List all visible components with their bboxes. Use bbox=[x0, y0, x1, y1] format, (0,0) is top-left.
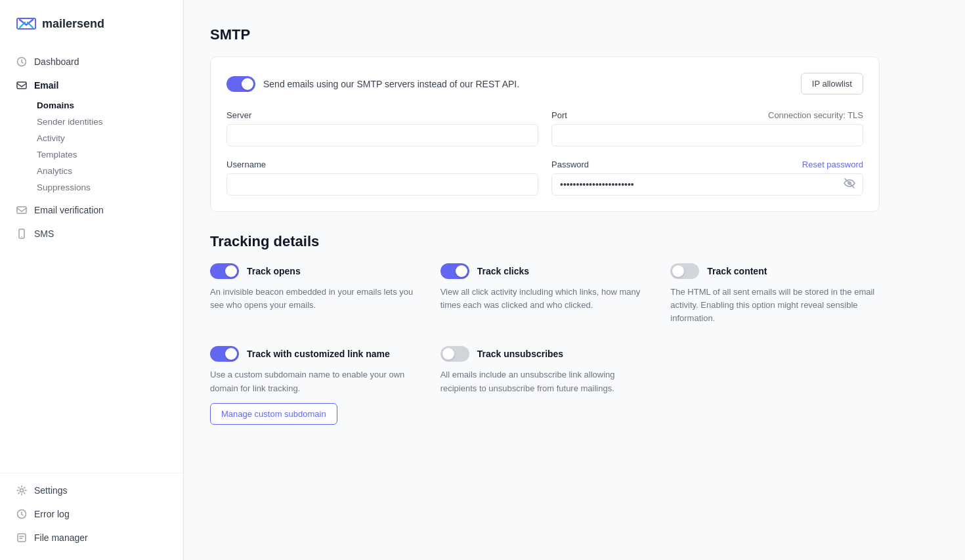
track-clicks-desc: View all click activity including which … bbox=[440, 286, 650, 312]
track-content-toggle[interactable] bbox=[670, 263, 699, 279]
sidebar-item-error-log[interactable]: Error log bbox=[0, 502, 183, 526]
manage-subdomain-button[interactable]: Manage custom subdomain bbox=[210, 403, 337, 425]
sidebar-item-sender-identities[interactable]: Sender identities bbox=[37, 114, 183, 130]
track-opens-toggle[interactable] bbox=[210, 263, 239, 279]
track-unsubscribes-desc: All emails include an unsubscribe link a… bbox=[440, 368, 650, 395]
server-input[interactable] bbox=[226, 124, 538, 146]
smtp-section: SMTP Send emails using our SMTP servers … bbox=[210, 26, 880, 212]
main-content: SMTP Send emails using our SMTP servers … bbox=[184, 0, 965, 560]
track-clicks-toggle-row: Track clicks bbox=[440, 263, 650, 279]
logo: mailersend bbox=[0, 0, 183, 45]
logo-icon bbox=[16, 13, 37, 34]
track-custom-link-toggle-row: Track with customized link name bbox=[210, 346, 419, 362]
sidebar-item-dashboard[interactable]: Dashboard bbox=[0, 50, 183, 74]
smtp-form: Server Port Connection security: TLS Use… bbox=[226, 110, 863, 196]
port-label: Port bbox=[551, 110, 567, 120]
track-unsubscribes-item: Track unsubscribes All emails include an… bbox=[440, 346, 650, 424]
tracking-section: Tracking details Track opens An invisibl… bbox=[210, 233, 880, 425]
password-wrapper bbox=[551, 173, 863, 196]
sidebar-item-settings-label: Settings bbox=[34, 485, 68, 496]
track-opens-toggle-row: Track opens bbox=[210, 263, 419, 279]
email-subnav: Domains Sender identities Activity Templ… bbox=[0, 97, 183, 198]
sidebar-item-templates[interactable]: Templates bbox=[37, 146, 183, 163]
server-label: Server bbox=[226, 110, 538, 120]
connection-security-label: Connection security: TLS bbox=[768, 110, 863, 120]
sidebar-item-file-manager[interactable]: File manager bbox=[0, 526, 183, 549]
server-field-group: Server bbox=[226, 110, 538, 146]
track-content-desc: The HTML of all sent emails will be stor… bbox=[670, 286, 880, 325]
track-unsubscribes-title: Track unsubscribes bbox=[477, 349, 564, 359]
sidebar-item-file-manager-label: File manager bbox=[34, 532, 88, 543]
svg-rect-7 bbox=[18, 534, 26, 542]
svg-rect-2 bbox=[17, 207, 26, 213]
smtp-toggle-left: Send emails using our SMTP servers inste… bbox=[226, 76, 519, 92]
error-log-icon bbox=[16, 508, 28, 520]
sidebar-item-activity[interactable]: Activity bbox=[37, 130, 183, 146]
tracking-empty-cell bbox=[670, 346, 880, 424]
gear-icon bbox=[16, 485, 28, 496]
mail-check-icon bbox=[16, 204, 28, 216]
svg-rect-1 bbox=[17, 82, 26, 89]
password-label: Password bbox=[551, 160, 589, 169]
username-input[interactable] bbox=[226, 173, 538, 196]
sidebar-item-domains[interactable]: Domains bbox=[37, 97, 183, 114]
track-custom-link-slider[interactable] bbox=[210, 346, 239, 362]
password-input[interactable] bbox=[551, 173, 863, 196]
svg-point-4 bbox=[21, 236, 22, 238]
tracking-title: Tracking details bbox=[210, 233, 880, 250]
password-field-header: Password Reset password bbox=[551, 160, 863, 169]
smtp-toggle-row: Send emails using our SMTP servers inste… bbox=[226, 73, 863, 95]
password-field-group: Password Reset password bbox=[551, 160, 863, 196]
track-custom-link-toggle[interactable] bbox=[210, 346, 239, 362]
track-opens-slider[interactable] bbox=[210, 263, 239, 279]
smtp-title: SMTP bbox=[210, 26, 880, 43]
sidebar-item-sms-label: SMS bbox=[34, 228, 54, 239]
track-clicks-title: Track clicks bbox=[477, 266, 529, 276]
username-label: Username bbox=[226, 160, 538, 169]
sidebar-item-email-label: Email bbox=[34, 80, 58, 91]
sidebar-item-suppressions[interactable]: Suppressions bbox=[37, 179, 183, 196]
track-custom-link-item: Track with customized link name Use a cu… bbox=[210, 346, 419, 424]
sidebar-item-sms[interactable]: SMS bbox=[0, 222, 183, 246]
track-opens-item: Track opens An invisible beacon embedded… bbox=[210, 263, 419, 325]
track-content-item: Track content The HTML of all sent email… bbox=[670, 263, 880, 325]
sidebar-item-email[interactable]: Email bbox=[0, 74, 183, 97]
clock-icon bbox=[16, 56, 28, 68]
track-content-toggle-row: Track content bbox=[670, 263, 880, 279]
sidebar-item-email-verification-label: Email verification bbox=[34, 205, 104, 215]
username-field-group: Username bbox=[226, 160, 538, 196]
track-custom-link-desc: Use a custom subdomain name to enable yo… bbox=[210, 368, 419, 395]
track-unsubscribes-toggle-row: Track unsubscribes bbox=[440, 346, 650, 362]
sidebar-item-email-verification[interactable]: Email verification bbox=[0, 198, 183, 222]
eye-icon[interactable] bbox=[844, 177, 855, 192]
sidebar-item-dashboard-label: Dashboard bbox=[34, 56, 79, 67]
tracking-row-2: Track with customized link name Use a cu… bbox=[210, 346, 880, 424]
sidebar-item-settings[interactable]: Settings bbox=[0, 479, 183, 502]
sidebar-nav: Dashboard Email Domains Sender identitie… bbox=[0, 45, 183, 473]
sidebar-item-analytics[interactable]: Analytics bbox=[37, 163, 183, 179]
svg-point-5 bbox=[20, 489, 24, 492]
phone-icon bbox=[16, 228, 28, 240]
track-content-slider[interactable] bbox=[670, 263, 699, 279]
track-clicks-slider[interactable] bbox=[440, 263, 469, 279]
smtp-toggle[interactable] bbox=[226, 76, 255, 92]
track-opens-title: Track opens bbox=[247, 266, 301, 276]
port-input[interactable] bbox=[551, 124, 863, 146]
sidebar: mailersend Dashboard Email Domains Sende… bbox=[0, 0, 184, 560]
tracking-row-1: Track opens An invisible beacon embedded… bbox=[210, 263, 880, 325]
sidebar-bottom-nav: Settings Error log File manager bbox=[0, 473, 183, 560]
smtp-toggle-slider[interactable] bbox=[226, 76, 255, 92]
brand-name: mailersend bbox=[42, 17, 104, 31]
track-clicks-item: Track clicks View all click activity inc… bbox=[440, 263, 650, 325]
track-custom-link-title: Track with customized link name bbox=[247, 349, 390, 359]
track-clicks-toggle[interactable] bbox=[440, 263, 469, 279]
track-opens-desc: An invisible beacon embedded in your ema… bbox=[210, 286, 419, 312]
port-field-header: Port Connection security: TLS bbox=[551, 110, 863, 120]
mail-icon bbox=[16, 79, 28, 91]
file-icon bbox=[16, 532, 28, 544]
port-field-group: Port Connection security: TLS bbox=[551, 110, 863, 146]
ip-allowlist-button[interactable]: IP allowlist bbox=[801, 73, 863, 95]
track-unsubscribes-slider[interactable] bbox=[440, 346, 469, 362]
track-unsubscribes-toggle[interactable] bbox=[440, 346, 469, 362]
reset-password-button[interactable]: Reset password bbox=[802, 160, 863, 169]
